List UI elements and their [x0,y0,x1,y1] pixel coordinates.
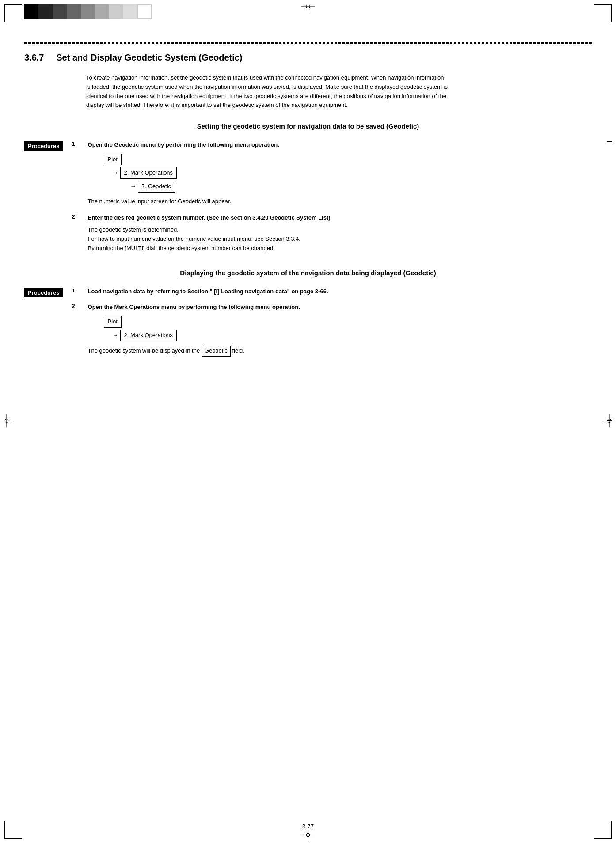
step-1-2-number: 2 [72,213,81,220]
step-1-1-text: Open the Geodetic menu by performing the… [88,140,279,149]
procedures-block-1: Procedures 1 Open the Geodetic menu by p… [24,140,592,260]
step-2-2-note: The geodetic system will be displayed in… [88,346,592,357]
square-1 [24,4,38,19]
step-2-2: 2 Open the Mark Operations menu by perfo… [72,303,592,357]
margin-mark-right-top [607,141,612,142]
crosshair-left [0,414,13,429]
menu-row-geodetic: → 7. Geodetic [130,181,592,193]
page: 3.6.7 Set and Display Geodetic System (G… [0,0,616,843]
crosshair-top [301,0,315,15]
step-1-1: 1 Open the Geodetic menu by performing t… [72,140,592,206]
menu-box-2-mark-ops: 2. Mark Operations [120,330,177,342]
step-2-2-text: Open the Mark Operations menu by perform… [88,303,300,311]
corner-mark-tl [4,4,22,22]
page-number: 3-77 [302,823,314,830]
main-content: 3.6.7 Set and Display Geodetic System (G… [24,35,592,816]
subsection2-heading: Displaying the geodetic system of the na… [24,269,592,277]
menu-row-2-plot: Plot [104,316,592,328]
corner-mark-tr [594,4,612,22]
menu-box-plot: Plot [104,154,122,166]
step-2-1-header: 1 Load navigation data by referring to S… [72,287,592,296]
menu-box-2-plot: Plot [104,316,122,328]
procedures-block-2: Procedures 1 Load navigation data by ref… [24,287,592,364]
arrow-2: → [130,182,136,191]
menu-row-mark-ops: → 2. Mark Operations [113,167,592,179]
corner-mark-bl [4,821,22,839]
step-1-2-note2: For how to input numeric value on the nu… [88,235,592,244]
step-1-1-note: The numeric value input screen for Geode… [88,197,592,206]
square-2 [38,4,53,19]
step-1-2: 2 Enter the desired geodetic system numb… [72,213,592,253]
section-title: Set and Display Geodetic System (Geodeti… [56,53,242,62]
square-4 [67,4,81,19]
step-1-2-text: Enter the desired geodetic system number… [88,213,331,222]
arrow-1: → [113,168,118,178]
procedures-badge-2: Procedures [24,288,63,297]
margin-mark-right-mid [607,420,612,421]
crosshair-bottom [301,828,315,843]
step-1-1-body: Plot → 2. Mark Operations → 7. Geodetic [88,154,592,206]
menu-box-geodetic: 7. Geodetic [138,181,175,193]
step-2-1-text: Load navigation data by referring to Sec… [88,287,328,296]
step-2-2-note-post: field. [231,347,244,354]
menu-row-plot: Plot [104,154,592,166]
step-2-2-header: 2 Open the Mark Operations menu by perfo… [72,303,592,311]
square-6 [95,4,109,19]
procedures-content-1: 1 Open the Geodetic menu by performing t… [72,140,592,260]
gradient-squares [24,4,152,19]
step-1-1-header: 1 Open the Geodetic menu by performing t… [72,140,592,149]
step-2-1: 1 Load navigation data by referring to S… [72,287,592,296]
square-3 [53,4,67,19]
step-2-2-note-pre: The geodetic system will be displayed in… [88,347,202,354]
square-9 [137,4,152,19]
square-5 [81,4,95,19]
square-7 [109,4,123,19]
menu-row-2-mark-ops: → 2. Mark Operations [113,330,592,342]
step-1-2-note1: The geodetic system is determined. [88,225,592,235]
step-2-2-body: Plot → 2. Mark Operations The geodetic s… [88,316,592,357]
intro-paragraph: To create navigation information, set th… [86,73,449,110]
section-number: 3.6.7 [24,53,44,62]
menu-diagram-1: Plot → 2. Mark Operations → 7. Geodetic [104,154,592,193]
section-heading: 3.6.7 Set and Display Geodetic System (G… [24,53,592,63]
arrow-2-1: → [113,331,118,340]
crosshair-right [603,414,616,429]
step-1-1-number: 1 [72,140,81,147]
step-1-2-note3: By turning the [MULTI] dial, the geodeti… [88,244,592,253]
header-bar [24,4,152,19]
step-1-2-body: The geodetic system is determined. For h… [88,225,592,253]
step-2-1-number: 1 [72,287,81,294]
corner-mark-br [594,821,612,839]
procedures-content-2: 1 Load navigation data by referring to S… [72,287,592,364]
procedures-badge-1: Procedures [24,141,63,151]
step-2-2-number: 2 [72,303,81,309]
subsection1-heading: Setting the geodetic system for navigati… [24,122,592,130]
step-1-2-header: 2 Enter the desired geodetic system numb… [72,213,592,222]
menu-diagram-2: Plot → 2. Mark Operations [104,316,592,342]
square-8 [123,4,137,19]
geodetic-field-box: Geodetic [202,346,231,357]
dashed-separator [24,42,592,44]
menu-box-mark-ops: 2. Mark Operations [120,167,177,179]
